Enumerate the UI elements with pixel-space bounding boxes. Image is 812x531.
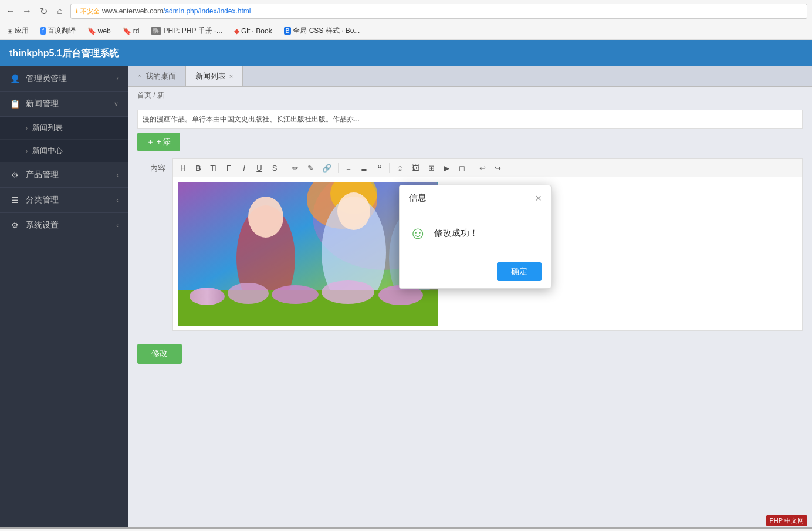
- security-label: 不安全: [80, 7, 100, 16]
- security-indicator: ℹ: [76, 8, 78, 15]
- info-dialog: 信息 × ☺ 修改成功！ 确定: [399, 185, 552, 289]
- success-icon: ☺: [409, 223, 427, 243]
- bookmark-web[interactable]: 🔖 web: [85, 26, 113, 36]
- bookmark-apps[interactable]: ⊞ 应用: [5, 25, 31, 37]
- dialog-close-button[interactable]: ×: [535, 193, 542, 204]
- baidu-icon: f: [40, 27, 46, 35]
- web-icon: 🔖: [87, 27, 96, 35]
- refresh-button[interactable]: ↻: [38, 5, 49, 17]
- browser-toolbar: ← → ↻ ⌂ ℹ 不安全 www.enterweb.com/admin.php…: [0, 0, 812, 22]
- bookmark-php[interactable]: 🐘 PHP: PHP 手册 -...: [148, 25, 224, 37]
- home-button[interactable]: ⌂: [54, 5, 66, 17]
- dialog-footer: 确定: [400, 255, 551, 288]
- rd-icon: 🔖: [123, 27, 131, 35]
- forward-button[interactable]: →: [21, 5, 33, 17]
- bookmark-git[interactable]: ◆ Git · Book: [232, 26, 275, 36]
- bookmark-css[interactable]: B 全局 CSS 样式 · Bo...: [282, 25, 363, 37]
- dialog-body: ☺ 修改成功！: [400, 211, 551, 255]
- bookmarks-bar: ⊞ 应用 f 百度翻译 🔖 web 🔖 rd 🐘 PHP: PHP 手册 -..…: [0, 22, 812, 40]
- css-icon: B: [284, 27, 292, 35]
- dialog-title: 信息: [409, 192, 427, 204]
- dialog-message: 修改成功！: [434, 228, 478, 239]
- dialog-confirm-button[interactable]: 确定: [497, 262, 542, 281]
- apps-icon: ⊞: [7, 27, 13, 35]
- dialog-overlay: 信息 × ☺ 修改成功！ 确定: [0, 44, 812, 531]
- bookmark-baidu[interactable]: f 百度翻译: [38, 25, 78, 37]
- php-icon: 🐘: [151, 27, 161, 35]
- back-button[interactable]: ←: [5, 5, 16, 17]
- git-icon: ◆: [234, 27, 239, 35]
- browser-chrome: ← → ↻ ⌂ ℹ 不安全 www.enterweb.com/admin.php…: [0, 0, 812, 40]
- dialog-header: 信息 ×: [400, 185, 551, 211]
- address-bar[interactable]: ℹ 不安全 www.enterweb.com/admin.php/index/i…: [70, 4, 807, 19]
- bookmark-rd[interactable]: 🔖 rd: [120, 26, 142, 36]
- url-display: www.enterweb.com/admin.php/index/index.h…: [102, 7, 251, 15]
